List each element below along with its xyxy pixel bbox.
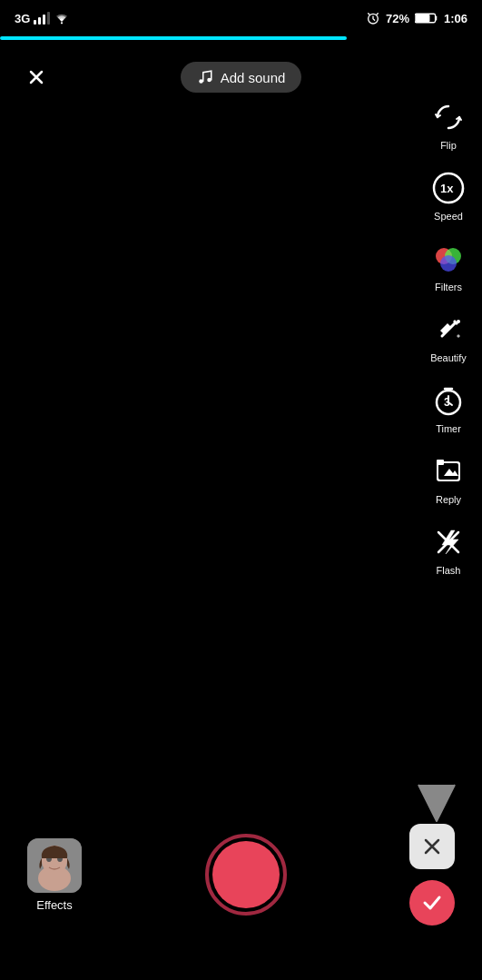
flip-icon [428, 96, 469, 138]
scroll-down-arrow[interactable] [409, 771, 464, 830]
flash-button[interactable]: Flash [422, 516, 475, 581]
filters-icon [428, 238, 469, 280]
signal-icon [34, 12, 50, 25]
svg-rect-3 [416, 15, 430, 22]
beautify-icon [428, 309, 469, 351]
timer-button[interactable]: 3 Timer [422, 374, 475, 440]
timer-label: Timer [436, 423, 461, 434]
add-sound-label: Add sound [221, 70, 286, 85]
svg-point-11 [440, 255, 457, 272]
action-buttons [409, 824, 455, 926]
beautify-button[interactable]: Beautify [422, 303, 475, 369]
svg-point-4 [199, 79, 203, 84]
right-sidebar: Flip 1x Speed Filters [422, 91, 475, 581]
carrier-text: 3G [15, 12, 30, 25]
status-left: 3G [15, 12, 70, 25]
music-icon [197, 69, 213, 85]
reply-icon [428, 450, 469, 492]
confirm-button[interactable] [409, 880, 455, 926]
svg-text:1x: 1x [440, 182, 454, 195]
record-button[interactable] [205, 834, 287, 916]
top-bar: Add sound [0, 50, 482, 104]
effects-label: Effects [36, 898, 73, 912]
close-button[interactable] [18, 59, 54, 95]
filters-button[interactable]: Filters [422, 233, 475, 298]
svg-point-5 [207, 78, 211, 83]
delete-button[interactable] [409, 824, 455, 869]
record-progress-bar [0, 36, 347, 40]
alarm-icon [366, 11, 380, 25]
timer-icon: 3 [428, 380, 469, 421]
bottom-controls: Effects [0, 824, 482, 926]
flip-label: Flip [440, 140, 457, 151]
svg-point-12 [457, 320, 460, 323]
svg-point-0 [61, 22, 63, 24]
wifi-icon [54, 12, 70, 25]
flash-icon [428, 521, 469, 563]
reply-label: Reply [436, 494, 461, 505]
flip-button[interactable]: Flip [422, 91, 475, 156]
svg-rect-17 [437, 460, 444, 465]
status-right: 72% 1:06 [366, 11, 467, 25]
effects-thumbnail [27, 838, 82, 893]
status-bar: 3G 72% 1:06 [0, 0, 482, 36]
battery-icon [415, 12, 438, 25]
speed-label: Speed [434, 211, 463, 222]
effects-button[interactable]: Effects [27, 838, 82, 912]
add-sound-button[interactable]: Add sound [181, 62, 302, 93]
filters-label: Filters [435, 282, 462, 292]
speed-icon: 1x [428, 167, 469, 209]
reply-button[interactable]: Reply [422, 445, 475, 510]
speed-button[interactable]: 1x Speed [422, 162, 475, 227]
flash-label: Flash [437, 565, 461, 576]
time-display: 1:06 [444, 12, 467, 25]
record-button-inner [212, 841, 280, 908]
battery-percent: 72% [386, 12, 409, 25]
beautify-label: Beautify [430, 352, 467, 363]
